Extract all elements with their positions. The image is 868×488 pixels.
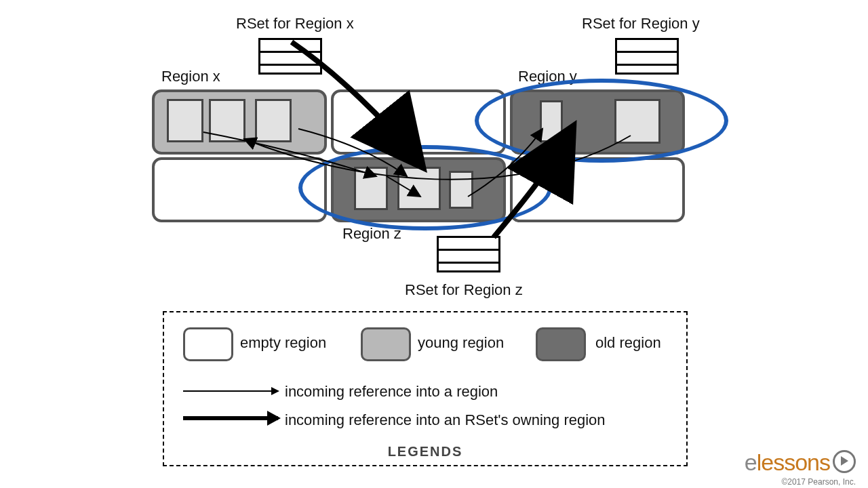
legend-arrow-thick bbox=[183, 416, 278, 420]
legend-refin-text: incoming reference into a region bbox=[285, 383, 498, 401]
rset-y-label: RSet for Region y bbox=[582, 15, 700, 33]
brand-logo: elessons bbox=[745, 449, 856, 476]
rset-x-label: RSet for Region x bbox=[236, 15, 354, 33]
rset-x-table bbox=[258, 38, 322, 75]
legend-young-text: young region bbox=[418, 334, 504, 352]
rset-y-table bbox=[615, 38, 679, 75]
diagram-stage: RSet for Region x RSet for Region y Regi… bbox=[0, 0, 868, 488]
brand-name: lessons bbox=[757, 449, 830, 475]
legend-empty-text: empty region bbox=[240, 334, 326, 352]
rset-z-label: RSet for Region z bbox=[405, 281, 523, 299]
legend-swatch-old bbox=[536, 327, 586, 361]
highlight-region-z bbox=[298, 145, 552, 230]
copyright-text: ©2017 Pearson, Inc. bbox=[781, 477, 856, 487]
highlight-region-y bbox=[475, 79, 728, 163]
brand-prefix: e bbox=[745, 449, 757, 475]
legend-arrow-thin bbox=[183, 390, 278, 392]
legend-refrset-text: incoming reference into an RSet's owning… bbox=[285, 411, 606, 429]
legend-old-text: old region bbox=[595, 334, 661, 352]
region-x-label: Region x bbox=[161, 68, 220, 85]
legend-panel: empty region young region old region inc… bbox=[163, 311, 688, 466]
legend-swatch-young bbox=[361, 327, 411, 361]
rset-z-table bbox=[437, 236, 500, 272]
play-icon bbox=[833, 450, 856, 473]
legend-swatch-empty bbox=[183, 327, 233, 361]
legend-title: LEGENDS bbox=[164, 444, 686, 460]
region-x bbox=[152, 89, 327, 155]
